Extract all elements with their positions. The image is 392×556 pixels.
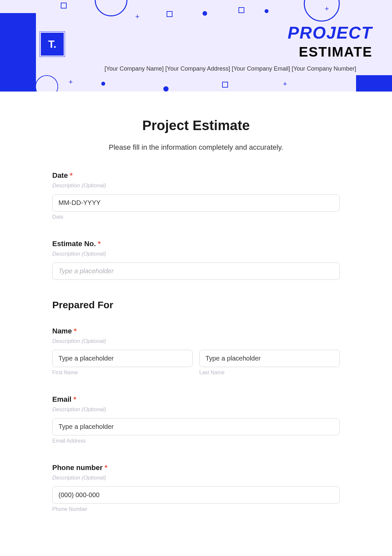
phone-input[interactable] — [52, 486, 340, 504]
decorative-square-icon — [238, 7, 244, 13]
name-label: Name * — [52, 327, 340, 335]
decorative-square-icon — [61, 3, 67, 8]
decorative-plus-icon: + — [69, 78, 73, 86]
form-subtitle: Please fill in the information completel… — [52, 143, 340, 152]
required-marker: * — [70, 171, 73, 179]
date-label-text: Date — [52, 171, 68, 179]
email-sublabel: Email Address — [52, 438, 340, 444]
phone-field: Phone number * Description (Optional) Ph… — [52, 463, 340, 512]
form-title: Project Estimate — [52, 118, 340, 133]
decorative-plus-icon: + — [283, 80, 287, 88]
first-name-col: First Name — [52, 350, 193, 376]
company-info-placeholders: [Your Company Name] [Your Company Addres… — [88, 65, 372, 72]
decorative-square-icon — [222, 82, 228, 88]
email-input[interactable] — [52, 418, 340, 435]
required-marker: * — [74, 327, 77, 335]
name-field: Name * Description (Optional) First Name… — [52, 327, 340, 376]
header-banner: T. PROJECT ESTIMATE [Your Company Name] … — [0, 0, 392, 92]
phone-label: Phone number * — [52, 463, 340, 472]
date-label: Date * — [52, 171, 340, 180]
phone-sublabel: Phone Number — [52, 506, 340, 512]
form-container: Project Estimate Please fill in the info… — [46, 92, 346, 545]
decorative-plus-icon: + — [325, 5, 329, 13]
date-input[interactable] — [52, 194, 340, 211]
decorative-circle-icon — [95, 0, 127, 16]
name-description: Description (Optional) — [52, 338, 340, 345]
estimate-no-label: Estimate No. * — [52, 240, 340, 248]
date-description: Description (Optional) — [52, 182, 340, 189]
name-label-text: Name — [52, 327, 72, 335]
required-marker: * — [105, 463, 107, 472]
decorative-square-icon — [167, 11, 172, 17]
decorative-arc-icon — [35, 75, 58, 92]
estimate-no-description: Description (Optional) — [52, 251, 340, 257]
estimate-no-input[interactable] — [52, 262, 340, 280]
phone-description: Description (Optional) — [52, 475, 340, 481]
email-description: Description (Optional) — [52, 406, 340, 413]
first-name-sublabel: First Name — [52, 370, 193, 376]
last-name-input[interactable] — [199, 350, 340, 367]
decorative-dot-icon — [203, 11, 207, 16]
decorative-circle-icon — [304, 0, 340, 22]
phone-label-text: Phone number — [52, 463, 103, 472]
date-field: Date * Description (Optional) Date — [52, 171, 340, 220]
decorative-dot-icon — [163, 86, 169, 92]
date-sublabel: Date — [52, 214, 340, 220]
required-marker: * — [98, 240, 101, 248]
estimate-no-label-text: Estimate No. — [52, 240, 96, 248]
estimate-no-field: Estimate No. * Description (Optional) — [52, 240, 340, 280]
decorative-plus-icon: + — [135, 12, 139, 21]
name-inputs-row: First Name Last Name — [52, 350, 340, 376]
banner-title-estimate: ESTIMATE — [299, 44, 372, 60]
decorative-dot-icon — [101, 82, 105, 86]
decorative-dot-icon — [265, 9, 269, 13]
last-name-sublabel: Last Name — [199, 370, 340, 376]
required-marker: * — [74, 395, 76, 403]
logo: T. — [41, 33, 64, 56]
email-field: Email * Description (Optional) Email Add… — [52, 395, 340, 444]
first-name-input[interactable] — [52, 350, 193, 367]
logo-text: T. — [48, 38, 57, 50]
banner-title-project: PROJECT — [287, 23, 372, 42]
email-label-text: Email — [52, 395, 72, 403]
email-label: Email * — [52, 395, 340, 404]
decorative-block-right — [356, 75, 392, 92]
prepared-for-heading: Prepared For — [52, 299, 340, 311]
last-name-col: Last Name — [199, 350, 340, 376]
decorative-block-left — [0, 13, 36, 92]
